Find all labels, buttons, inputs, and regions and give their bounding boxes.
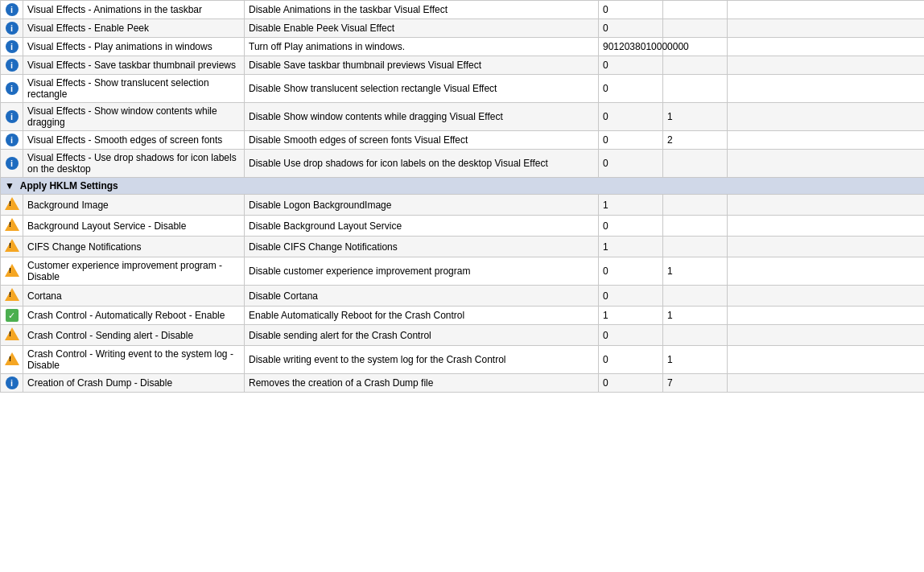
icon-cell	[1, 195, 23, 216]
row-name: Customer experience improvement program …	[23, 257, 245, 286]
row-action: Disable Logon BackgroundImage	[245, 195, 599, 216]
row-name: Background Image	[23, 195, 245, 216]
row-current	[663, 286, 728, 307]
info-icon: i	[6, 40, 19, 53]
row-extra	[728, 150, 925, 178]
row-action: Disable Save taskbar thumbnail previews …	[245, 56, 599, 75]
table-row: i Creation of Crash Dump - Disable Remov…	[1, 374, 925, 393]
row-action: Disable sending alert for the Crash Cont…	[245, 325, 599, 346]
row-extra	[728, 195, 925, 216]
group-header-label: Apply HKLM Settings	[20, 180, 118, 191]
icon-cell: i	[1, 1, 23, 19]
table-row: i Visual Effects - Animations in the tas…	[1, 1, 925, 19]
info-icon: i	[6, 59, 19, 72]
row-current: 1	[663, 307, 728, 325]
table-row: i Visual Effects - Show translucent sele…	[1, 75, 925, 103]
table-row: Cortana Disable Cortana 0	[1, 286, 925, 307]
table-row: Crash Control - Sending alert - Disable …	[1, 325, 925, 346]
info-icon: i	[6, 3, 19, 16]
row-action: Disable customer experience improvement …	[245, 257, 599, 286]
row-extra	[728, 56, 925, 75]
row-current	[663, 75, 728, 103]
row-extra	[728, 19, 925, 38]
row-value: 0	[599, 56, 663, 75]
row-extra	[728, 75, 925, 103]
warning-icon	[5, 239, 19, 252]
row-current: 1	[663, 103, 728, 131]
row-extra	[728, 374, 925, 393]
row-extra	[728, 286, 925, 307]
row-name: Crash Control - Writing event to the sys…	[23, 346, 245, 374]
row-name: Visual Effects - Enable Peek	[23, 19, 245, 38]
row-name: Visual Effects - Show window contents wh…	[23, 103, 245, 131]
table-row: Background Layout Service - Disable Disa…	[1, 216, 925, 237]
table-row: ✓ Crash Control - Automatically Reboot -…	[1, 307, 925, 325]
row-action: Disable Animations in the taskbar Visual…	[245, 1, 599, 19]
group-header-cell[interactable]: ▼ Apply HKLM Settings	[1, 178, 925, 195]
icon-cell: i	[1, 131, 23, 150]
row-current	[663, 237, 728, 257]
row-name: Background Layout Service - Disable	[23, 216, 245, 237]
warning-icon	[5, 264, 19, 277]
icon-cell: i	[1, 150, 23, 178]
row-action: Disable Enable Peek Visual Effect	[245, 19, 599, 38]
row-name: Visual Effects - Animations in the taskb…	[23, 1, 245, 19]
row-value: 0	[599, 19, 663, 38]
row-value: 0	[599, 346, 663, 374]
icon-cell: i	[1, 56, 23, 75]
row-action: Disable Smooth edges of screen fonts Vis…	[245, 131, 599, 150]
row-current	[663, 325, 728, 346]
row-value: 1	[599, 195, 663, 216]
table-row: CIFS Change Notifications Disable CIFS C…	[1, 237, 925, 257]
row-current: 1	[663, 346, 728, 374]
row-value: 1	[599, 307, 663, 325]
row-value: 0	[599, 257, 663, 286]
table-row: Background Image Disable Logon Backgroun…	[1, 195, 925, 216]
check-icon: ✓	[6, 309, 19, 322]
row-current	[663, 56, 728, 75]
row-action: Disable Background Layout Service	[245, 216, 599, 237]
table-row: i Visual Effects - Play animations in wi…	[1, 38, 925, 56]
row-value: 0	[599, 325, 663, 346]
table-row: i Visual Effects - Show window contents …	[1, 103, 925, 131]
icon-cell	[1, 216, 23, 237]
row-extra	[728, 307, 925, 325]
row-action: Enable Automatically Reboot for the Cras…	[245, 307, 599, 325]
table-row: Customer experience improvement program …	[1, 257, 925, 286]
row-extra	[728, 131, 925, 150]
row-name: CIFS Change Notifications	[23, 237, 245, 257]
icon-cell: i	[1, 75, 23, 103]
icon-cell	[1, 325, 23, 346]
row-name: Crash Control - Automatically Reboot - E…	[23, 307, 245, 325]
row-value: 0	[599, 131, 663, 150]
row-action: Removes the creation of a Crash Dump fil…	[245, 374, 599, 393]
row-name: Visual Effects - Play animations in wind…	[23, 38, 245, 56]
table-row: i Visual Effects - Save taskbar thumbnai…	[1, 56, 925, 75]
info-icon: i	[6, 110, 19, 123]
row-extra	[728, 1, 925, 19]
warning-icon	[5, 327, 19, 340]
icon-cell: i	[1, 103, 23, 131]
row-name: Visual Effects - Save taskbar thumbnail …	[23, 56, 245, 75]
row-action: Turn off Play animations in windows.	[245, 38, 599, 56]
row-current: 1	[663, 257, 728, 286]
warning-icon	[5, 218, 19, 231]
warning-icon	[5, 288, 19, 301]
row-action: Disable Use drop shadows for icon labels…	[245, 150, 599, 178]
row-name: Visual Effects - Show translucent select…	[23, 75, 245, 103]
row-current	[663, 19, 728, 38]
icon-cell: i	[1, 38, 23, 56]
row-name: Visual Effects - Smooth edges of screen …	[23, 131, 245, 150]
info-icon: i	[6, 377, 19, 389]
row-current	[663, 195, 728, 216]
group-header-row[interactable]: ▼ Apply HKLM Settings	[1, 178, 925, 195]
row-name: Crash Control - Sending alert - Disable	[23, 325, 245, 346]
info-icon: i	[6, 82, 19, 95]
icon-cell: i	[1, 374, 23, 393]
row-current	[663, 1, 728, 19]
info-icon: i	[6, 134, 19, 146]
info-icon: i	[6, 157, 19, 170]
row-value: 0	[599, 103, 663, 131]
row-name: Visual Effects - Use drop shadows for ic…	[23, 150, 245, 178]
row-action: Disable Cortana	[245, 286, 599, 307]
